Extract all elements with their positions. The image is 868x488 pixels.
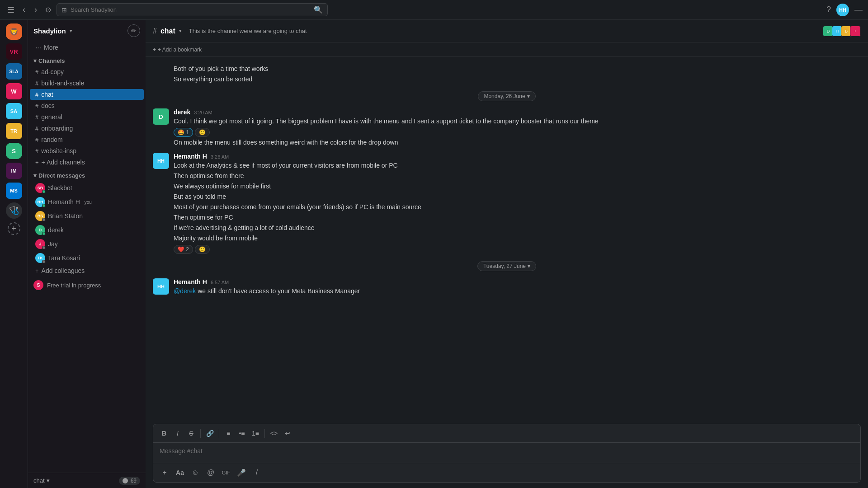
- back-button[interactable]: ‹: [20, 3, 28, 16]
- message-input-field[interactable]: Message #chat: [153, 443, 860, 463]
- workspace-icon-tr[interactable]: TR: [6, 123, 22, 139]
- free-trial-row[interactable]: 5 Free trial in progress: [28, 277, 146, 294]
- add-bookmark-button[interactable]: + + Add a bookmark: [153, 47, 202, 53]
- add-channels-button[interactable]: + + Add channels: [30, 157, 144, 168]
- sidebar-item-website-insp[interactable]: # website-insp: [30, 145, 144, 156]
- channel-name-docs: docs: [41, 102, 55, 109]
- hemanth-cont-4: Most of your purchases come from your em…: [153, 202, 861, 212]
- channel-name-header: chat: [160, 27, 175, 35]
- user-avatar[interactable]: HH: [836, 4, 849, 16]
- messages-area[interactable]: Both of you pick a time that works So ev…: [146, 57, 868, 424]
- workspace-icon-main[interactable]: 🦁: [6, 23, 22, 40]
- status-label[interactable]: chat ▾: [33, 477, 50, 484]
- message-group-derek: D derek 3:20 AM Cool. I think we got mos…: [153, 108, 861, 147]
- workspace-icon-ms[interactable]: MS: [6, 183, 22, 199]
- toolbar-separator-3: [264, 429, 265, 438]
- sidebar-item-random[interactable]: # random: [30, 134, 144, 145]
- text-format-button[interactable]: Aa: [173, 466, 187, 479]
- derek-msg-avatar: D: [153, 108, 169, 125]
- date-divider-tuesday: Tuesday, 27 June ▾: [153, 261, 861, 271]
- ordered-list-button[interactable]: •≡: [236, 427, 248, 440]
- sidebar-dm-jay[interactable]: J Jay: [30, 237, 144, 251]
- workspace-icon-w[interactable]: W: [6, 83, 22, 99]
- dm-section-header[interactable]: ▾ Direct messages: [28, 170, 146, 181]
- hemanth-cont-1: Then optimise from there: [153, 171, 861, 181]
- sidebar-item-docs[interactable]: # docs: [30, 100, 144, 111]
- channel-header-right: D H B +: [825, 26, 861, 37]
- workspace-header[interactable]: Shadylion ▾ ✏: [28, 20, 146, 42]
- add-colleagues-button[interactable]: + Add colleagues: [30, 265, 144, 276]
- italic-button[interactable]: I: [171, 427, 184, 440]
- sidebar-item-general[interactable]: # general: [30, 112, 144, 122]
- workspace-icon-im[interactable]: IM: [6, 163, 22, 179]
- workspace-icon-plus[interactable]: 🩺: [6, 202, 22, 219]
- reaction-btn-excited[interactable]: 🤩 1: [174, 128, 193, 137]
- derek-continuation-msg: On mobile the menu still does something …: [153, 138, 861, 147]
- reaction-btn-smile2[interactable]: 🙂: [195, 245, 210, 254]
- help-icon[interactable]: ?: [826, 5, 831, 14]
- sidebar-dm-tara[interactable]: TK Tara Kosari: [30, 251, 144, 265]
- sidebar-dm-hemanth[interactable]: HH Hemanth H you: [30, 195, 144, 209]
- sidebar-dm-derek[interactable]: D derek: [30, 223, 144, 237]
- minimize-icon[interactable]: —: [854, 5, 863, 14]
- channel-description: This is the channel were we are going to…: [189, 28, 307, 34]
- channel-view: # chat ▾ This is the channel were we are…: [146, 20, 868, 488]
- strikethrough-button[interactable]: S: [185, 427, 198, 440]
- latest-message-text: we still don't have access to your Meta …: [198, 287, 360, 295]
- toolbar-separator-2: [219, 429, 219, 438]
- hemanth-latest-avatar: HH: [153, 278, 169, 295]
- code-button[interactable]: <>: [268, 427, 280, 440]
- message-row-derek: D derek 3:20 AM Cool. I think we got mos…: [153, 108, 861, 137]
- search-bar[interactable]: ⊞ 🔍: [57, 3, 328, 16]
- workspace-icon-sa[interactable]: SA: [6, 103, 22, 119]
- unordered-list-button[interactable]: ≡: [222, 427, 235, 440]
- numbered-list-button[interactable]: 1≡: [249, 427, 262, 440]
- code-block-button[interactable]: ↩: [281, 427, 294, 440]
- chevron-down-icon: ▾: [47, 477, 50, 484]
- channel-dropdown-icon[interactable]: ▾: [179, 28, 182, 34]
- workspace-icon-sla[interactable]: SLA: [6, 63, 22, 80]
- mention-button[interactable]: @: [204, 466, 217, 479]
- sidebar-item-chat[interactable]: # chat: [30, 89, 144, 100]
- edit-workspace-button[interactable]: ✏: [127, 24, 140, 37]
- channels-section-header[interactable]: ▾ Channels: [28, 56, 146, 66]
- channel-name-build-and-scale: build-and-scale: [41, 80, 84, 87]
- message-placeholder: Message #chat: [160, 447, 203, 455]
- you-badge: you: [85, 200, 92, 205]
- forward-button[interactable]: ›: [32, 3, 40, 16]
- slash-command-button[interactable]: /: [250, 466, 264, 479]
- link-button[interactable]: 🔗: [203, 427, 216, 440]
- gif-button[interactable]: GIF: [219, 466, 233, 479]
- bold-button[interactable]: B: [158, 427, 170, 440]
- sidebar-item-ad-copy[interactable]: # ad-copy: [30, 66, 144, 77]
- emoji-button[interactable]: ☺: [189, 466, 202, 479]
- add-workspace-button[interactable]: +: [8, 222, 20, 235]
- sidebar-item-more[interactable]: ⋯ More: [30, 42, 144, 53]
- sidebar-dm-slackbot[interactable]: SB Slackbot: [30, 181, 144, 195]
- reaction-btn-smile[interactable]: 🙂: [195, 128, 210, 137]
- channels-collapse-icon: ▾: [33, 57, 37, 64]
- reaction-btn-heart[interactable]: ❤️ 2: [174, 245, 193, 254]
- sidebar-item-build-and-scale[interactable]: # build-and-scale: [30, 78, 144, 89]
- message-row-hemanth: HH Hemanth H 3:26 AM Look at the Analyti…: [153, 153, 861, 170]
- workspace-icon-s-active[interactable]: S: [6, 143, 22, 159]
- sidebar-item-onboarding[interactable]: # onboarding: [30, 123, 144, 134]
- history-button[interactable]: ⊙: [43, 4, 53, 16]
- audio-button[interactable]: 🎤: [235, 466, 248, 479]
- hemanth-avatar: HH: [35, 197, 45, 207]
- workspace-icon-vr[interactable]: VR: [6, 43, 22, 60]
- member-avatars[interactable]: D H B +: [825, 26, 861, 37]
- hash-icon: #: [35, 91, 38, 98]
- menu-icon[interactable]: ☰: [5, 3, 16, 17]
- search-input[interactable]: [71, 6, 310, 13]
- add-icon-button[interactable]: +: [158, 466, 171, 479]
- toggle-button[interactable]: 69: [119, 477, 140, 485]
- hemanth-latest-author: Hemanth H: [174, 278, 207, 286]
- date-pill-monday[interactable]: Monday, 26 June ▾: [478, 91, 535, 101]
- date-divider-monday: Monday, 26 June ▾: [153, 91, 861, 101]
- date-pill-tuesday[interactable]: Tuesday, 27 June ▾: [477, 261, 536, 271]
- input-bottom-toolbar: + Aa ☺ @ GIF 🎤 /: [153, 463, 860, 482]
- sidebar-dm-brian[interactable]: BS Brian Staton: [30, 209, 144, 223]
- channel-name-random: random: [41, 136, 62, 143]
- chevron-down-icon: ▾: [527, 93, 530, 99]
